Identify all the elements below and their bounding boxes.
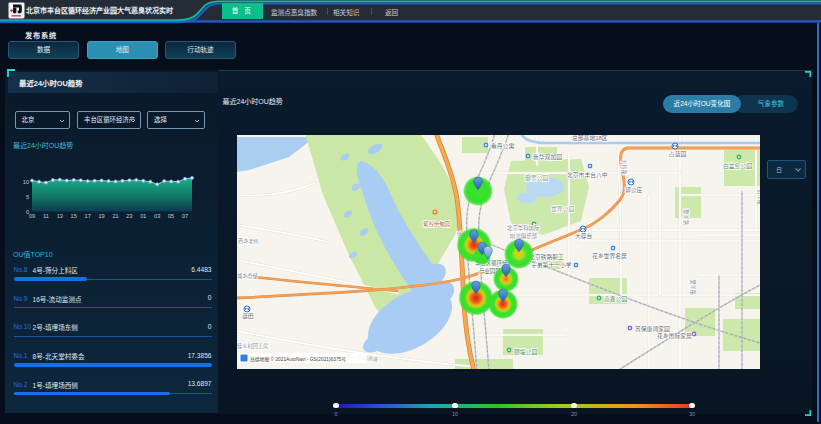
svg-text:苏保康阔家园: 苏保康阔家园 xyxy=(635,325,670,333)
svg-text:07: 07 xyxy=(182,213,188,219)
svg-text:北京铁路职工: 北京铁路职工 xyxy=(529,253,564,261)
svg-text:西乡老街: 西乡老街 xyxy=(238,238,259,245)
svg-text:樊羊路: 樊羊路 xyxy=(682,209,690,226)
svg-text:颐堤公园: 颐堤公园 xyxy=(514,348,537,356)
svg-text:17: 17 xyxy=(85,213,91,219)
svg-text:15: 15 xyxy=(71,213,77,219)
svg-text:13: 13 xyxy=(57,213,63,219)
svg-text:北京华科国际: 北京华科国际 xyxy=(507,224,540,232)
svg-text:御景公园: 御景公园 xyxy=(525,174,548,182)
svg-text:丰科路: 丰科路 xyxy=(620,159,628,175)
svg-text:高德地图 © 2021AutoNavi - GS(2021): 高德地图 © 2021AutoNavi - GS(2021)6375号 xyxy=(250,356,346,363)
svg-text:看丹公寓: 看丹公寓 xyxy=(491,142,514,150)
svg-text:北京市丰台八中: 北京市丰台八中 xyxy=(567,171,608,179)
svg-text:郭公庄: 郭公庄 xyxy=(625,186,643,194)
svg-text:5: 5 xyxy=(26,194,29,200)
svg-text:09: 09 xyxy=(29,213,35,219)
svg-text:23: 23 xyxy=(126,213,132,219)
svg-text:新华双加园: 新华双加园 xyxy=(533,153,562,161)
svg-text:21: 21 xyxy=(112,213,118,219)
svg-text:11: 11 xyxy=(43,213,49,219)
svg-text:佳义村回王房: 佳义村回王房 xyxy=(237,342,268,350)
svg-text:0: 0 xyxy=(26,209,29,215)
svg-text:总部基地18区: 总部基地18区 xyxy=(572,135,608,142)
svg-text:花乡国际家居: 花乡国际家居 xyxy=(657,332,692,340)
svg-text:子弟第十一小学: 子弟第十一小学 xyxy=(531,261,572,269)
svg-text:樊羊路: 樊羊路 xyxy=(689,279,697,295)
svg-text:01: 01 xyxy=(140,213,146,219)
svg-text:03: 03 xyxy=(154,213,160,219)
svg-text:城乡仓储: 城乡仓储 xyxy=(237,272,258,280)
svg-text:紫谷伊甸园: 紫谷伊甸园 xyxy=(423,220,450,228)
svg-text:10: 10 xyxy=(23,179,29,185)
svg-text:占蓝园: 占蓝园 xyxy=(669,150,687,158)
svg-text:花乡世界名居: 花乡世界名居 xyxy=(592,252,627,260)
svg-text:大葆台: 大葆台 xyxy=(575,232,593,240)
svg-text:19: 19 xyxy=(98,213,104,219)
svg-text:白盆窑公园: 白盆窑公园 xyxy=(723,162,752,170)
svg-text:蓝田: 蓝田 xyxy=(242,312,254,320)
svg-text:高鑫公园: 高鑫公园 xyxy=(604,295,627,303)
svg-text:阳光俱乐部: 阳光俱乐部 xyxy=(510,232,538,240)
svg-text:世界公园: 世界公园 xyxy=(551,205,574,213)
svg-text:05: 05 xyxy=(168,213,174,219)
